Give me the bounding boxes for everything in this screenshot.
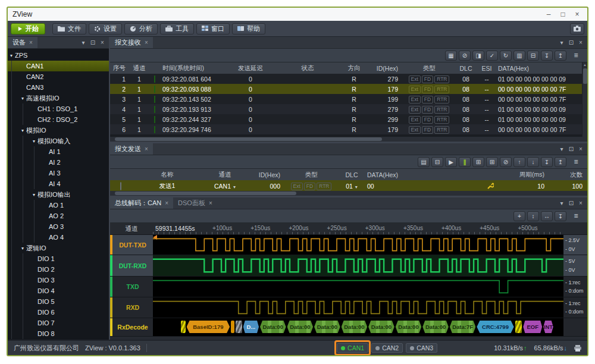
pause-icon[interactable]: ∥ (459, 157, 471, 167)
clear-icon[interactable]: ⊘ (500, 157, 512, 167)
tree-item-can2[interactable]: CAN2 (8, 71, 109, 82)
chevron-down-icon[interactable]: ▾ (8, 53, 15, 58)
wave-area-dut-rxd[interactable] (153, 255, 563, 277)
verify-icon[interactable]: ✓ (486, 51, 498, 61)
panel-menu-icon[interactable]: ▾ (558, 146, 566, 152)
panel-float-icon[interactable]: ⊡ (567, 146, 575, 152)
decode-block-data-00[interactable]: Data:00 (287, 321, 314, 333)
decode-block-data-00[interactable]: Data:00 (396, 321, 422, 333)
panel-float-icon[interactable]: ⊡ (89, 39, 97, 46)
decode-block-data-00[interactable]: Data:00 (422, 321, 449, 333)
tab-close-icon[interactable]: × (165, 200, 168, 206)
tab-close-icon[interactable]: × (145, 146, 148, 152)
tree-item-zps[interactable]: ▾ZPS (8, 50, 109, 61)
table-row[interactable]: 1109:32:20.081 6040R279ExtFDRTR08--01 00… (110, 74, 582, 84)
panel-float-icon[interactable]: ⊡ (567, 39, 575, 46)
record-icon[interactable]: ▦ (445, 51, 457, 61)
chevron-down-icon[interactable]: ▾ (19, 128, 26, 133)
columns-icon[interactable]: ⊟ (431, 157, 443, 167)
toolbar-button-item[interactable]: 窗口 (196, 23, 230, 34)
panel-close-icon[interactable]: × (98, 39, 107, 46)
wave-label-txd[interactable]: TXD (110, 277, 153, 297)
tree-item-dio-3[interactable]: DIO 3 (8, 275, 109, 285)
tree-item-io[interactable]: ▾高速模拟IO (8, 93, 109, 103)
tab-close-icon[interactable]: × (29, 39, 33, 46)
chevron-down-icon[interactable]: ▾ (30, 139, 37, 144)
decode-block-data-7f[interactable]: Data:7F (450, 321, 476, 333)
columns-icon[interactable]: ⊟ (527, 51, 539, 61)
tree-item-ao-4[interactable]: AO 4 (8, 232, 109, 243)
menu-icon[interactable]: ≡ (568, 211, 584, 221)
move-down-icon[interactable]: ↓ (527, 157, 539, 167)
chevron-down-icon[interactable]: ▾ (19, 246, 26, 251)
receive-horizontal-scrollbar[interactable] (110, 137, 587, 142)
cursor-icon[interactable]: + (513, 211, 525, 221)
tree-item-ao-2[interactable]: AO 2 (8, 211, 109, 221)
menu-icon[interactable]: ≡ (568, 51, 584, 61)
printer-icon[interactable] (574, 345, 581, 352)
tab-receive[interactable]: 报文接收 × (110, 37, 153, 48)
chevron-down-icon[interactable]: ▾ (30, 192, 37, 197)
toolbar-button-item[interactable]: 帮助 (232, 23, 265, 34)
refresh-icon[interactable]: ↻ (500, 51, 512, 61)
tree-item-dio-8[interactable]: DIO 8 (8, 328, 109, 339)
close-button[interactable]: × (572, 10, 583, 18)
import-icon[interactable]: ↥ (555, 51, 566, 61)
panel-close-icon[interactable]: × (577, 200, 585, 206)
decode-block-data-00[interactable]: Data:00 (368, 321, 394, 333)
wave-label-dut-txd[interactable]: DUT-TXD (110, 235, 153, 255)
table-row[interactable]: 3109:32:20.143 5020R199ExtFDRTR08--00 00… (110, 94, 582, 104)
import-icon[interactable]: ↥ (555, 157, 566, 167)
tree-item-ai-3[interactable]: AI 3 (8, 168, 109, 178)
export-icon[interactable]: ↧ (541, 51, 553, 61)
wrench-icon[interactable] (481, 183, 499, 190)
tree-item-ai-2[interactable]: AI 2 (8, 157, 109, 168)
insert-frame-icon[interactable]: ⊞ (486, 157, 498, 167)
scroll-up-icon[interactable]: ▲ (583, 62, 587, 67)
decode-block-data-00[interactable]: Data:00 (342, 321, 368, 333)
tab-dso[interactable]: DSO面板× (173, 197, 217, 209)
scrollbar-thumb[interactable] (115, 137, 382, 141)
scrollbar-thumb[interactable] (115, 192, 296, 195)
wave-label-rxdecode[interactable]: RxDecode (110, 318, 153, 337)
decode-block-baseid-179[interactable]: BaseID:179 (187, 321, 230, 333)
status-channel-can2[interactable]: CAN2 (371, 343, 403, 353)
panel-menu-icon[interactable]: ▾ (558, 200, 566, 206)
add-frame-icon[interactable]: ⊞ (472, 157, 484, 167)
panel-menu-icon[interactable]: ▾ (558, 39, 566, 46)
tab-close-icon[interactable]: × (145, 39, 148, 46)
tree-item-io[interactable]: ▾逻辑IO (8, 243, 109, 253)
tree-item-io[interactable]: ▾模拟IO输入 (8, 136, 109, 146)
tree-item-dio-4[interactable]: DIO 4 (8, 285, 109, 296)
statistics-icon[interactable]: ▥ (513, 51, 525, 61)
tree-item-ai-4[interactable]: AI 4 (8, 178, 109, 189)
panel-float-icon[interactable]: ⊡ (567, 200, 575, 206)
panel-menu-icon[interactable]: ▾ (79, 39, 87, 46)
tab-send[interactable]: 报文发送 × (110, 143, 153, 155)
wave-label-rxd[interactable]: RXD (110, 297, 153, 318)
tab-can[interactable]: 总线解码：CAN× (110, 197, 173, 209)
panel-close-icon[interactable]: × (577, 146, 585, 152)
tree-item-ai-1[interactable]: AI 1 (8, 146, 109, 157)
decode-block-eof[interactable]: EOF (523, 321, 542, 333)
maximize-button[interactable]: □ (558, 10, 568, 18)
import-icon[interactable]: ↧ (555, 211, 566, 221)
play-icon[interactable]: ▶ (445, 157, 457, 167)
minimize-button[interactable]: – (543, 10, 554, 18)
tree-item-dio-6[interactable]: DIO 6 (8, 307, 109, 318)
tree-item-can3[interactable]: CAN3 (8, 82, 109, 93)
toolbar-button-item[interactable]: 工具 (160, 23, 194, 34)
tree-item-io[interactable]: ▾模拟IO (8, 125, 109, 136)
wave-area-dut-txd[interactable] (153, 235, 563, 255)
tab-devices[interactable]: 设备 × (8, 37, 37, 48)
toolbar-button-item[interactable]: 文件 (52, 23, 86, 34)
toolbar-button-item[interactable]: 设置 (89, 23, 122, 34)
table-row[interactable]: 6109:32:20.294 7460R179ExtFDRTR08--00 00… (110, 124, 582, 134)
clear-icon[interactable]: ⊘ (459, 51, 471, 61)
wave-area-rxd[interactable] (153, 297, 563, 318)
wave-area-rxdecode[interactable]: BaseID:179D...Data:00Data:00Data:00Data:… (153, 318, 563, 337)
send-horizontal-scrollbar[interactable] (110, 191, 587, 196)
decode-block-int[interactable]: INT (543, 321, 553, 333)
fit-horizontal-icon[interactable]: ↔ (541, 211, 553, 221)
decode-block-data-00[interactable]: Data:00 (260, 321, 286, 333)
